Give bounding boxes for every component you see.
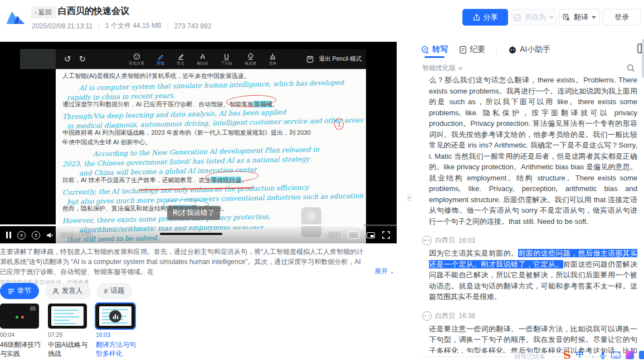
highlight-marker: 等传统行业	[211, 177, 241, 183]
save-icon	[514, 14, 521, 21]
time-display: 16:16 / 17:51	[60, 232, 92, 238]
expand-summary-link[interactable]: 展开 ⌄	[374, 266, 394, 277]
speaker-avatar	[422, 311, 432, 321]
tab-speakers[interactable]: 发言人	[45, 283, 91, 299]
transcript-block: 白西贝 16:38 还是要注意一些词的翻译。一些翻译方法，比如说我可以调换一下句…	[422, 311, 637, 354]
tab-transcribe[interactable]: 转写	[421, 45, 448, 58]
share-button[interactable]: 分享	[462, 9, 508, 26]
meeting-id: 273 743 892	[174, 22, 212, 30]
chapter-tabs: 章节 发言人 # 话题	[0, 283, 132, 299]
undo-icon: ↺	[64, 54, 71, 64]
annotation-toolbar: ↺ ↻ 画笔设置 画笔 荧光	[56, 49, 366, 69]
ime-toolbox-icon[interactable]	[639, 351, 644, 359]
search-icon[interactable]	[627, 64, 635, 72]
now-playing-icon	[109, 310, 121, 322]
meeting-meta: 2025/02/08 21:13:11 | 1 个文件 44.15 MB | 2…	[32, 21, 211, 31]
pip-button[interactable]	[367, 232, 375, 238]
transcribe-icon	[421, 46, 430, 54]
video-subtitle: 刚才我说错了	[167, 206, 220, 220]
tab-chapters[interactable]: 章节	[0, 283, 39, 299]
tool-highlighter: 荧光	[177, 53, 184, 65]
tool-clear-screen: 清屏	[269, 53, 276, 65]
highlighter-icon	[177, 53, 184, 60]
header: ‹ 返回 白西贝的快速会议 2025/02/08 21:13:11 | 1 个文…	[0, 0, 644, 35]
chevron-left-icon: ‹	[35, 9, 37, 16]
person-icon	[52, 288, 59, 295]
transcript-toolbar: 智能优化版	[422, 63, 640, 73]
sogou-logo-icon[interactable]: S	[563, 348, 572, 361]
ime-chinese-mode[interactable]: 中	[576, 350, 584, 360]
chapter-item-active[interactable]: 16:03 翻译方法与句型多样化	[96, 304, 137, 358]
version-selector[interactable]: 智能优化版	[422, 63, 463, 73]
transcript-text: 因为它主语其实是前面的。前面的这些问题，然后做主语那其实还是一个定从。刚才我说错…	[422, 248, 637, 302]
pen-icon	[157, 53, 164, 60]
transcript-content: 么？那么我们这句话怎么翻译，there exists。Problems. The…	[422, 75, 637, 353]
timestamp[interactable]: 16:38	[458, 312, 475, 320]
chevron-down-icon: ⌄	[390, 268, 394, 275]
transcript-panel: 转写 纪要 AI小助手 智能优化版 么？那么我们这句话怎么翻译，there ex…	[417, 35, 644, 362]
summary-text: 主要讲解了翻译题，特别是人工智能的发展和应用。首先，通过分析主句和定语从句，将“…	[0, 247, 397, 277]
ime-skin-icon[interactable]	[626, 351, 634, 359]
video-controls: 5 5 16:16 / 17:51 倍速 CC	[0, 224, 397, 243]
chapter-thumbnail[interactable]	[0, 304, 39, 329]
back-button[interactable]: ‹ 返回	[31, 6, 56, 18]
broom-icon	[269, 53, 276, 60]
translate-icon	[563, 14, 570, 21]
speaker-name: 白西贝	[435, 311, 455, 321]
ai-summary: 主要讲解了翻译题，特别是人工智能的发展和应用。首先，通过分析主句和定语从句，将“…	[0, 247, 397, 286]
app-root: ‹ 返回 白西贝的快速会议 2025/02/08 21:13:11 | 1 个文…	[0, 0, 644, 362]
save-as-button[interactable]: 另存为	[511, 9, 556, 26]
chapter-thumbnail[interactable]	[96, 304, 135, 329]
playback-speed-button[interactable]: 倍速	[328, 231, 340, 239]
scrollbar[interactable]	[642, 39, 644, 78]
panel-tabs: 转写 纪要 AI小助手	[421, 45, 550, 58]
tool-eraser: 橡皮擦	[245, 53, 256, 65]
chapter-item[interactable]: 00:04 46级翻译技巧与实践	[0, 304, 41, 358]
tool-pen: 画笔	[157, 53, 164, 65]
chapter-title: 46级翻译技巧与实践	[0, 340, 41, 358]
meeting-date: 2025/02/08 21:13:11	[32, 22, 92, 30]
ime-punctuation-mode[interactable]: °,	[589, 351, 594, 359]
chapter-thumbnail[interactable]	[48, 304, 87, 329]
microphone-icon[interactable]	[599, 351, 606, 359]
page-title: 白西贝的快速会议	[58, 6, 129, 17]
tab-topics[interactable]: # 话题	[96, 283, 133, 299]
share-icon	[473, 14, 480, 21]
panel-resize-handle[interactable]	[407, 192, 413, 204]
tool-underline: U 下划线	[221, 53, 232, 65]
pause-button[interactable]	[6, 232, 11, 238]
highlight-marker: 等领域	[253, 101, 272, 107]
transcript-text: 么？那么我们这句话怎么翻译，there exists。Problems. The…	[422, 75, 637, 227]
login-button[interactable]: 登录	[603, 9, 641, 26]
ime-toolbar: S 中 °,	[563, 349, 644, 361]
robot-icon	[508, 46, 517, 54]
underline-icon: U	[224, 53, 229, 60]
forward-5s-button[interactable]: 5	[32, 231, 40, 239]
progress-bar[interactable]	[0, 224, 397, 226]
tool-pen-settings: 画笔设置	[129, 53, 144, 65]
app-logo-icon	[6, 9, 26, 26]
speaker-name: 白西贝	[435, 236, 455, 245]
tool-strikethrough: A 删除线	[197, 53, 208, 65]
tab-minutes[interactable]: 纪要	[459, 45, 485, 58]
translate-button[interactable]: 翻译	[559, 9, 600, 26]
file-info: 1 个文件 44.15 MB	[105, 21, 162, 31]
speaker-avatar	[422, 236, 432, 245]
rewind-5s-button[interactable]: 5	[17, 231, 26, 239]
chapter-item[interactable]: 07:25 中国AI战略与挑战	[48, 304, 89, 358]
redo-icon: ↻	[79, 54, 86, 64]
transcript-block: 么？那么我们这句话怎么翻译，there exists。Problems. The…	[422, 75, 637, 227]
fullscreen-button[interactable]	[382, 231, 390, 239]
chapter-time: 16:03	[96, 331, 137, 338]
video-player[interactable]: ↺ ↻ 画笔设置 画笔 荧光	[0, 42, 397, 243]
exit-pencil-mode-label: 退出 Pencil 模式	[319, 55, 362, 63]
tab-ai-assistant[interactable]: AI小助手	[508, 45, 550, 58]
transcript-block: 白西贝 16:03 因为它主语其实是前面的。前面的这些问题，然后做主语那其实还是…	[422, 236, 637, 302]
cc-subtitle-button[interactable]: CC	[348, 231, 359, 239]
volume-button[interactable]	[46, 232, 55, 239]
palette-icon	[133, 53, 140, 60]
timestamp[interactable]: 16:03	[458, 237, 475, 244]
chevron-down-icon	[549, 16, 554, 19]
eraser-icon	[247, 53, 254, 60]
keyboard-icon[interactable]	[611, 351, 621, 359]
